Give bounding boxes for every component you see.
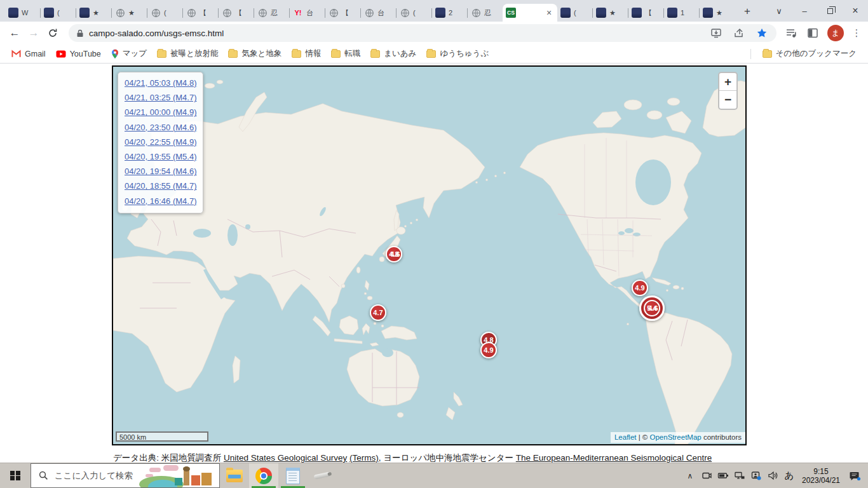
network-icon[interactable] [732,463,747,488]
forward-button[interactable]: → [25,25,42,41]
tab[interactable]: Y!台 [290,4,325,22]
tab-title: 【 [645,8,655,18]
search-highlight-illustration[interactable] [144,464,219,487]
quake-link[interactable]: 04/20, 19:54 (M4.6) [125,164,196,179]
install-page-icon[interactable] [709,26,723,40]
quake-link[interactable]: 04/20, 19:55 (M5.4) [125,149,196,164]
side-panel-icon[interactable] [806,26,820,40]
quake-marker[interactable]: 4.9 [632,280,648,296]
tab[interactable]: 【 [219,4,254,22]
ime-indicator[interactable]: あ [782,463,797,488]
tab[interactable]: 忍 [468,4,503,22]
close-tab-icon[interactable]: × [544,8,554,18]
cs-favicon: CS [506,8,516,18]
tab[interactable]: 1 [664,4,699,22]
quake-link[interactable]: 04/21, 03:25 (M4.7) [125,90,196,105]
tab[interactable]: ( [147,4,182,22]
tab[interactable]: ( [557,4,592,22]
leaflet-map[interactable]: 04/21, 05:03 (M4.8)04/21, 03:25 (M4.7)04… [112,65,747,445]
tab-title: W [22,9,32,17]
bookmark-item-3[interactable]: マップ [106,47,152,61]
globe-favicon [364,8,374,18]
quake-link[interactable]: 04/21, 05:03 (M4.8) [125,76,196,90]
site-favicon [667,8,677,18]
chrome-taskbar-button[interactable] [249,463,278,488]
terms-link[interactable]: (Terms) [349,453,379,463]
tab[interactable]: ★ [112,4,147,22]
tab[interactable]: ( [397,4,431,22]
restore-button[interactable] [817,0,843,22]
bookmark-item-8[interactable]: まいあみ [365,47,421,61]
back-button[interactable]: ← [6,25,23,41]
map-zoom-control: + − [718,72,738,110]
tab[interactable]: ( [41,4,76,22]
close-window-button[interactable]: × [843,0,868,22]
bookmark-item-2[interactable]: YouTube [51,47,106,61]
quake-marker[interactable]: 4.7 [370,304,386,321]
tab[interactable]: 2 [432,4,467,22]
tab[interactable]: 忍 [254,4,289,22]
meet-now-icon[interactable] [699,463,714,488]
window-controls: ∨ – × [766,0,868,22]
battery-icon[interactable] [715,463,731,488]
usgs-link[interactable]: United States Geological Survey [224,453,347,463]
taskbar-clock[interactable]: 9:15 2023/04/21 [798,467,844,485]
bookmark-star-icon[interactable] [755,26,769,40]
pen-app-button[interactable] [308,463,337,488]
leaflet-link[interactable]: Leaflet [614,433,637,441]
share-icon[interactable] [732,26,746,40]
action-center-icon[interactable] [845,463,864,488]
tray-chevron-icon[interactable]: ∧ [682,463,698,488]
quake-marker[interactable]: 4.9 [480,342,497,358]
zoom-in-button[interactable]: + [719,73,736,91]
tab[interactable]: 【 [183,4,218,22]
emsc-link[interactable]: The European-Mediterranean Seismological… [516,453,712,463]
media-queue-icon[interactable] [784,26,798,40]
address-bar[interactable]: campo-salado.com/usgs-emsc.html [69,24,776,42]
notepad-taskbar-button[interactable] [278,463,308,488]
file-explorer-button[interactable] [220,463,249,488]
url-text[interactable]: campo-salado.com/usgs-emsc.html [89,29,224,38]
reload-button[interactable] [44,25,61,41]
quake-link[interactable]: 04/20, 16:46 (M4.7) [125,194,196,208]
quake-marker-large[interactable]: 5.44.6 [639,295,665,321]
bookmark-item-6[interactable]: 情報 [287,47,326,61]
tab[interactable]: ★ [76,4,111,22]
osm-link[interactable]: OpenStreetMap [650,433,702,441]
globe-favicon [400,8,410,18]
tab-active[interactable]: CS× [503,4,557,22]
tab[interactable]: 台 [361,4,396,22]
quake-link[interactable]: 04/21, 00:00 (M4.9) [125,105,196,119]
windows-security-icon[interactable] [749,463,764,488]
profile-avatar[interactable]: ま [827,25,844,41]
tab[interactable]: 【 [628,4,663,22]
folder-icon [426,50,436,58]
volume-icon[interactable] [765,463,780,488]
tab-search-chevron-icon[interactable]: ∨ [766,0,792,22]
quake-link[interactable]: 04/20, 18:55 (M4.7) [125,179,196,193]
zoom-out-button[interactable]: − [719,91,736,109]
bookmark-item-9[interactable]: ゆうちゅうぶ [421,47,494,61]
tab-title: 【 [200,8,210,18]
site-favicon [435,8,445,18]
bookmarks-bar: GmailYouTubeマップ被曝と放射能気象と地象情報転職まいあみゆうちゅうぶ… [0,44,868,64]
chrome-menu-icon[interactable]: ⋮ [851,27,862,39]
taskbar-search-box[interactable]: ここに入力して検索 [31,463,220,488]
minimize-button[interactable]: – [792,0,817,22]
new-tab-button[interactable]: + [738,3,756,20]
tab[interactable]: ★ [593,4,628,22]
tab[interactable]: 【 [325,4,360,22]
other-bookmarks-button[interactable]: その他のブックマーク [757,47,862,61]
start-button[interactable] [0,463,31,488]
bookmark-item-4[interactable]: 被曝と放射能 [152,47,223,61]
ssl-lock-icon[interactable] [76,29,84,37]
bookmark-item-7[interactable]: 転職 [326,47,365,61]
bookmark-item-5[interactable]: 気象と地象 [223,47,287,61]
quake-marker[interactable]: 4.84.6 [386,246,402,262]
quake-marker[interactable]: 5.44.6 [644,300,660,316]
tab[interactable]: ★ [700,4,735,22]
tab[interactable]: W [5,4,40,22]
quake-link[interactable]: 04/20, 23:50 (M4.6) [125,120,196,135]
bookmark-item-1[interactable]: Gmail [6,47,51,61]
quake-link[interactable]: 04/20, 22:55 (M4.9) [125,135,196,149]
